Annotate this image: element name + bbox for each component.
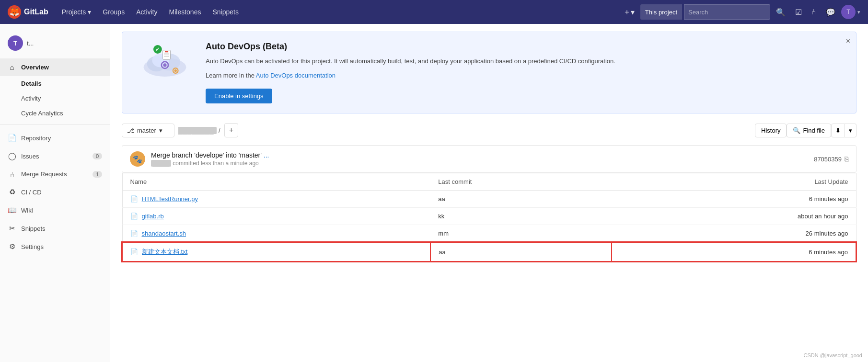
repository-icon: 📄 bbox=[8, 134, 16, 142]
table-row[interactable]: 📄gitlab.rbkkabout an hour ago bbox=[122, 208, 856, 225]
nav-milestones[interactable]: Milestones bbox=[163, 0, 207, 24]
merge-request-button[interactable]: ⑃ bbox=[808, 4, 820, 20]
wiki-icon: 📖 bbox=[8, 206, 16, 215]
nav-groups[interactable]: Groups bbox=[97, 0, 130, 24]
gitlab-logo-icon: 🦊 bbox=[8, 5, 21, 19]
file-name-cell: 📄shandaostart.sh bbox=[122, 225, 430, 243]
devops-docs-link[interactable]: Auto DevOps documentation bbox=[256, 72, 336, 79]
last-update-cell: 26 minutes ago bbox=[612, 225, 856, 243]
issues-icon: 💬 bbox=[826, 8, 835, 17]
close-banner-button[interactable]: × bbox=[846, 37, 850, 45]
sidebar-item-cicd[interactable]: ♻ CI / CD bbox=[0, 183, 110, 201]
table-row[interactable]: 📄新建文本文档.txtaa6 minutes ago bbox=[122, 242, 856, 261]
commit-hash: 87050359 ⎘ bbox=[814, 155, 848, 163]
commit-info: Merge branch 'develope' into 'master' ..… bbox=[151, 151, 808, 167]
file-table: Name Last commit Last Update 📄HTMLTestRu… bbox=[122, 173, 856, 262]
svg-text:✓: ✓ bbox=[155, 46, 160, 52]
col-last-update: Last Update bbox=[612, 173, 856, 191]
download-icon: ⬇ bbox=[835, 127, 841, 134]
home-icon: ⌂ bbox=[8, 63, 16, 71]
devops-title: Auto DevOps (Beta) bbox=[206, 42, 615, 52]
last-update-cell: 6 minutes ago bbox=[612, 242, 856, 261]
chevron-down-icon: ▾ bbox=[849, 127, 852, 134]
history-button[interactable]: History bbox=[755, 124, 787, 137]
last-commit-cell: aa bbox=[430, 191, 611, 208]
file-icon: 📄 bbox=[130, 213, 138, 220]
file-icon: 📄 bbox=[130, 230, 138, 237]
cicd-icon: ♻ bbox=[8, 188, 16, 196]
find-file-button[interactable]: 🔍 Find file bbox=[787, 124, 831, 137]
devops-banner: × ✓ bbox=[122, 32, 856, 113]
commit-message: Merge branch 'develope' into 'master' ..… bbox=[151, 151, 808, 159]
file-link[interactable]: 新建文本文档.txt bbox=[142, 248, 187, 255]
nav-snippets[interactable]: Snippets bbox=[207, 0, 244, 24]
devops-illustration: ✓ bbox=[134, 42, 196, 80]
search-icon-btn[interactable]: 🔍 bbox=[772, 4, 789, 20]
devops-content: Auto DevOps (Beta) Auto DevOps can be ac… bbox=[206, 42, 615, 103]
branch-path: ████████ / bbox=[178, 127, 220, 134]
sidebar-item-wiki[interactable]: 📖 Wiki bbox=[0, 201, 110, 219]
sidebar-sub-cycle-analytics[interactable]: Cycle Analytics bbox=[0, 106, 110, 121]
nav-right-section: ＋ ▾ This project 🔍 ☑ ⑃ 💬 T ▾ bbox=[619, 4, 860, 20]
col-name: Name bbox=[122, 173, 430, 191]
file-link[interactable]: HTMLTestRunner.py bbox=[142, 195, 198, 203]
file-icon: 📄 bbox=[130, 195, 138, 203]
new-file-button[interactable]: + bbox=[224, 123, 238, 137]
last-update-cell: 6 minutes ago bbox=[612, 191, 856, 208]
todo-icon: ☑ bbox=[795, 8, 802, 17]
commit-message-link[interactable]: ... bbox=[264, 151, 269, 159]
merge-icon: ⑃ bbox=[811, 8, 816, 16]
main-content: × ✓ bbox=[110, 24, 868, 362]
top-navigation: 🦊 GitLab Projects ▾ Groups Activity Mile… bbox=[0, 0, 868, 24]
file-link[interactable]: shandaostart.sh bbox=[142, 230, 186, 237]
enable-settings-button[interactable]: Enable in settings bbox=[206, 89, 272, 103]
svg-point-5 bbox=[163, 63, 166, 67]
download-button[interactable]: ⬇ bbox=[831, 124, 845, 137]
last-update-cell: about an hour ago bbox=[612, 208, 856, 225]
gitlab-logo[interactable]: 🦊 GitLab bbox=[8, 5, 48, 19]
chevron-down-icon: ▾ bbox=[631, 8, 635, 17]
devops-description: Auto DevOps can be activated for this pr… bbox=[206, 57, 615, 66]
watermark: CSDN @javascript_good bbox=[804, 352, 862, 358]
new-item-button[interactable]: ＋ ▾ bbox=[619, 4, 638, 20]
table-row[interactable]: 📄shandaostart.shmm26 minutes ago bbox=[122, 225, 856, 243]
search-scope-button[interactable]: This project bbox=[640, 4, 682, 20]
todo-button[interactable]: ☑ bbox=[791, 4, 806, 20]
sidebar-item-settings[interactable]: ⚙ Settings bbox=[0, 238, 110, 256]
sidebar-sub-details[interactable]: Details bbox=[0, 76, 110, 91]
copy-icon: ⎘ bbox=[845, 155, 848, 163]
chevron-down-icon: ▾ bbox=[857, 9, 860, 15]
issues-icon: ◯ bbox=[8, 152, 16, 160]
branch-icon: ⎇ bbox=[127, 127, 134, 134]
file-icon: 📄 bbox=[130, 248, 138, 255]
search-input[interactable] bbox=[684, 4, 770, 20]
sidebar-item-issues[interactable]: ◯ Issues 0 bbox=[0, 147, 110, 165]
commit-author-avatar: 🐾 bbox=[130, 151, 145, 167]
file-link[interactable]: gitlab.rb bbox=[142, 213, 164, 220]
file-name-cell: 📄gitlab.rb bbox=[122, 208, 430, 225]
branch-bar: ⎇ master ▾ ████████ / + History 🔍 Find f… bbox=[122, 123, 856, 137]
download-dropdown-button[interactable]: ▾ bbox=[845, 124, 856, 137]
commit-bar: 🐾 Merge branch 'develope' into 'master' … bbox=[122, 145, 856, 173]
sidebar-item-snippets[interactable]: ✂ Snippets bbox=[0, 219, 110, 238]
gitlab-logo-text: GitLab bbox=[24, 8, 48, 16]
file-name-cell: 📄新建文本文档.txt bbox=[122, 242, 430, 261]
sidebar-item-overview[interactable]: ⌂ Overview bbox=[0, 58, 110, 76]
issues-badge: 0 bbox=[93, 153, 102, 159]
sidebar-item-merge-requests[interactable]: ⑃ Merge Requests 1 bbox=[0, 165, 110, 183]
col-last-commit: Last commit bbox=[430, 173, 611, 191]
nav-activity[interactable]: Activity bbox=[130, 0, 163, 24]
copy-hash-button[interactable]: ⎘ bbox=[845, 155, 848, 163]
nav-links: Projects ▾ Groups Activity Milestones Sn… bbox=[56, 0, 615, 24]
sidebar-item-repository[interactable]: 📄 Repository bbox=[0, 129, 110, 147]
user-avatar[interactable]: T bbox=[841, 5, 856, 19]
snippets-icon: ✂ bbox=[8, 224, 16, 233]
settings-icon: ⚙ bbox=[8, 242, 16, 251]
branch-selector[interactable]: ⎇ master ▾ bbox=[122, 124, 174, 137]
table-row[interactable]: 📄HTMLTestRunner.pyaa6 minutes ago bbox=[122, 191, 856, 208]
main-layout: T t... ⌂ Overview Details Activity Cycle… bbox=[0, 24, 868, 362]
issues-button[interactable]: 💬 bbox=[822, 4, 839, 20]
nav-projects[interactable]: Projects ▾ bbox=[56, 0, 97, 24]
sidebar-username: t... bbox=[27, 40, 34, 47]
sidebar-sub-activity[interactable]: Activity bbox=[0, 91, 110, 106]
